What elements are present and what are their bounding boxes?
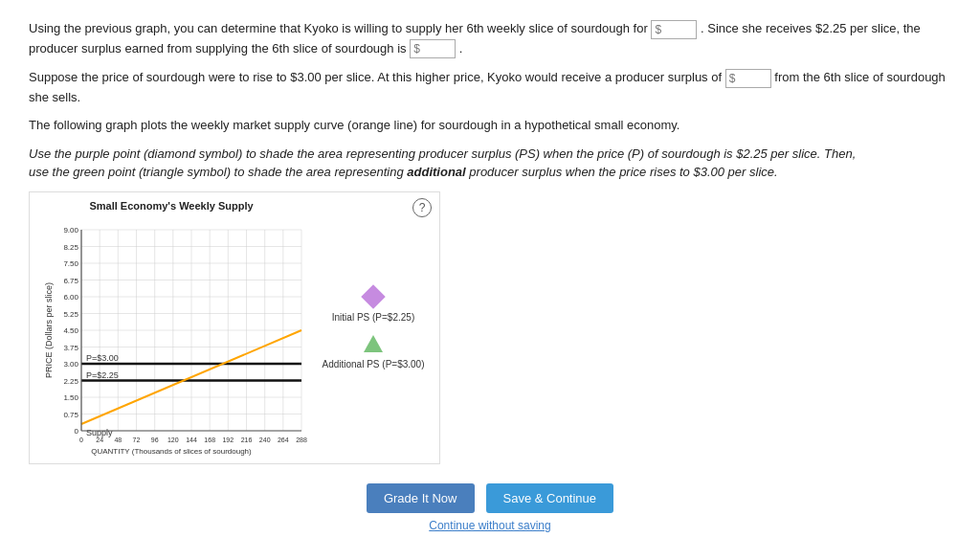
grade-it-now-button[interactable]: Grade It Now: [367, 483, 475, 513]
svg-text:168: 168: [204, 437, 215, 443]
legend-container: Initial PS (P=$2.25) Additional PS (P=$3…: [305, 200, 432, 456]
svg-text:48: 48: [114, 437, 122, 443]
input-producer-surplus-1[interactable]: [410, 39, 456, 58]
triangle-icon: [364, 335, 383, 352]
svg-text:24: 24: [96, 437, 103, 443]
svg-text:240: 240: [259, 437, 271, 443]
legend-additional-label: Additional PS (P=$3.00): [322, 359, 424, 370]
chart-wrapper: 9.00 8.25 7.50 6.75 6.00 5.25 4.50 3.75 …: [53, 215, 311, 445]
svg-text:144: 144: [186, 437, 197, 443]
help-button[interactable]: ?: [412, 198, 432, 217]
legend-additional: Additional PS (P=$3.00): [322, 332, 424, 370]
svg-text:9.00: 9.00: [63, 226, 78, 235]
help-icon: ?: [419, 201, 426, 214]
svg-text:216: 216: [241, 437, 253, 443]
save-continue-button[interactable]: Save & Continue: [486, 483, 614, 513]
svg-text:3.75: 3.75: [63, 343, 78, 351]
diamond-icon: [361, 284, 385, 308]
svg-text:5.25: 5.25: [63, 309, 78, 318]
chart-title: Small Economy's Weekly Supply: [37, 200, 305, 212]
continue-without-saving-link[interactable]: Continue without saving: [429, 519, 550, 532]
x-axis-label: QUANTITY (Thousands of slices of sourdou…: [37, 447, 305, 456]
para1-text-post: .: [459, 41, 463, 56]
legend-initial-symbol: [362, 285, 385, 308]
svg-text:192: 192: [222, 437, 234, 443]
svg-text:120: 120: [167, 437, 179, 443]
svg-text:0: 0: [75, 427, 79, 436]
para3-text: The following graph plots the weekly mar…: [29, 118, 679, 132]
legend-initial-label: Initial PS (P=$2.25): [332, 312, 414, 323]
svg-text:6.75: 6.75: [63, 276, 78, 284]
btn-row: Grade It Now Save & Continue: [367, 483, 613, 513]
svg-text:0.75: 0.75: [63, 410, 78, 418]
svg-text:72: 72: [133, 437, 141, 443]
svg-text:8.25: 8.25: [63, 242, 78, 251]
bottom-buttons: Grade It Now Save & Continue Continue wi…: [29, 483, 951, 532]
svg-text:P=$2.25: P=$2.25: [86, 370, 119, 380]
para1-text-pre: Using the previous graph, you can determ…: [29, 21, 648, 35]
svg-text:288: 288: [296, 437, 307, 443]
chart-svg: 9.00 8.25 7.50 6.75 6.00 5.25 4.50 3.75 …: [53, 215, 311, 445]
instruction-line2-bold: additional: [407, 165, 465, 179]
para2-text-pre: Suppose the price of sourdough were to r…: [29, 70, 722, 84]
svg-text:P=$3.00: P=$3.00: [86, 353, 119, 363]
legend-additional-symbol: [362, 332, 385, 355]
instruction-block: Use the purple point (diamond symbol) to…: [29, 145, 951, 182]
svg-text:1.50: 1.50: [63, 393, 78, 402]
graph-section: ? Small Economy's Weekly Supply PRICE (D…: [29, 191, 440, 464]
svg-text:6.00: 6.00: [63, 293, 78, 302]
svg-text:2.25: 2.25: [63, 376, 78, 385]
paragraph-3: The following graph plots the weekly mar…: [29, 116, 951, 135]
svg-text:264: 264: [278, 437, 289, 443]
svg-text:Supply: Supply: [86, 428, 113, 437]
chart-container: Small Economy's Weekly Supply PRICE (Dol…: [37, 200, 305, 456]
input-producer-surplus-2[interactable]: [725, 69, 771, 88]
instruction-line1: Use the purple point (diamond symbol) to…: [29, 146, 856, 161]
svg-text:96: 96: [151, 437, 159, 443]
svg-text:7.50: 7.50: [63, 259, 78, 268]
instruction-line2-post: producer surplus when the price rises to…: [469, 165, 777, 179]
legend-initial: Initial PS (P=$2.25): [332, 285, 414, 323]
paragraph-1: Using the previous graph, you can determ…: [29, 19, 951, 58]
instruction-line2-pre: use the green point (triangle symbol) to…: [29, 165, 404, 179]
svg-text:3.00: 3.00: [63, 360, 78, 369]
input-supply-price[interactable]: [651, 20, 697, 39]
paragraph-2: Suppose the price of sourdough were to r…: [29, 68, 951, 106]
svg-text:4.50: 4.50: [63, 326, 78, 335]
svg-text:0: 0: [79, 437, 83, 443]
